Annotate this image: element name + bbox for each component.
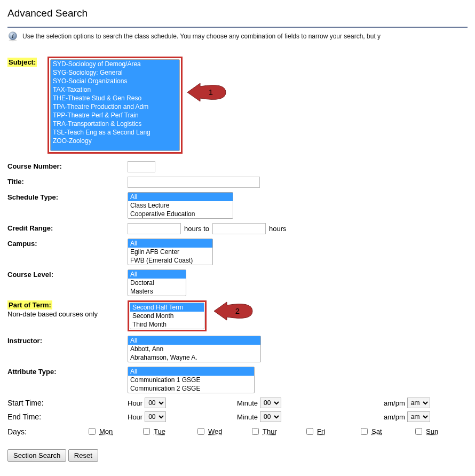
term-highlight-box: Second Half TermSecond MonthThird Month [128,300,207,331]
attribute-type-label: Attribute Type: [7,367,128,376]
start-hour-select[interactable]: 00 [145,398,166,408]
schedule-type-label: Schedule Type: [7,192,128,201]
info-row: i Use the selection options to search th… [7,31,468,42]
day-sun: Sun [413,426,468,437]
callout-2: 2 [213,299,255,323]
day-thur: Thur [250,426,304,437]
subject-select[interactable]: SYD-Sociology of Demog/AreaSYG-Sociology… [50,59,180,151]
hours-to-text: hours to [184,225,209,233]
day-label-tue[interactable]: Tue [154,427,165,435]
day-label-sun[interactable]: Sun [426,427,438,435]
instructor-label: Instructor: [7,336,128,345]
info-text: Use the selection options to search the … [22,33,381,40]
campus-label: Campus: [7,239,128,248]
reset-button[interactable]: Reset [68,449,98,462]
subject-highlight-box: SYD-Sociology of Demog/AreaSYG-Sociology… [48,57,183,154]
day-label-mon[interactable]: Mon [99,427,113,435]
day-label-thur[interactable]: Thur [263,427,277,435]
divider [7,27,468,28]
day-checkbox-fri[interactable] [306,428,313,435]
page-title: Advanced Search [7,7,468,19]
day-mon: Mon [86,426,141,437]
credit-from-input[interactable] [128,223,181,234]
part-of-term-label: Part of Term: [7,300,52,310]
course-level-label: Course Level: [7,269,128,279]
hours-suffix-text: hours [269,225,287,233]
day-label-wed[interactable]: Wed [208,427,223,435]
start-time-label: Start Time: [7,399,128,407]
day-checkbox-wed[interactable] [197,428,204,435]
attribute-type-select[interactable]: AllCommunication 1 GSGECommunication 2 G… [128,367,255,393]
day-checkbox-thur[interactable] [252,428,259,435]
end-minute-select[interactable]: 00 [260,411,281,422]
svg-text:1: 1 [209,88,213,97]
day-checkbox-sun[interactable] [415,428,422,435]
svg-text:2: 2 [235,306,240,315]
hour-label: Hour [128,399,142,407]
end-hour-select[interactable]: 00 [145,411,166,422]
end-ampm-select[interactable]: am [407,411,430,422]
days-label: Days: [7,427,86,436]
day-checkbox-sat[interactable] [361,428,368,435]
credit-to-input[interactable] [212,223,266,234]
callout-1: 1 [186,80,228,105]
day-label-fri[interactable]: Fri [317,427,325,435]
instructor-select[interactable]: AllAbbott, AnnAbrahamson, Wayne A. [128,336,261,362]
ampm-label: am/pm [384,399,405,407]
subject-label: Subject: [7,58,37,67]
day-wed: Wed [195,426,250,437]
minute-label-2: Minute [237,413,258,421]
start-ampm-select[interactable]: am [407,398,430,408]
day-sat: Sat [359,426,413,437]
schedule-type-select[interactable]: AllClass LectureCooperative Education [128,192,233,219]
hour-label-2: Hour [128,413,142,421]
section-search-button[interactable]: Section Search [7,449,66,462]
day-checkbox-mon[interactable] [89,428,96,435]
day-checkbox-tue[interactable] [143,428,150,435]
day-fri: Fri [304,426,359,437]
course-level-select[interactable]: AllDoctoralMasters [128,269,186,296]
course-number-label: Course Number: [7,161,128,170]
day-label-sat[interactable]: Sat [371,427,382,435]
ampm-label-2: am/pm [384,413,405,421]
end-time-label: End Time: [7,412,128,421]
day-tue: Tue [141,426,195,437]
title-input[interactable] [128,177,260,188]
start-minute-select[interactable]: 00 [260,398,281,408]
part-of-term-note: Non-date based courses only [7,310,128,318]
campus-select[interactable]: AllEglin AFB CenterFWB (Emerald Coast) [128,239,213,265]
title-label: Title: [7,177,128,186]
svg-text:i: i [12,33,13,39]
info-icon: i [7,31,18,42]
credit-range-label: Credit Range: [7,223,128,232]
course-number-input[interactable] [128,161,155,172]
minute-label: Minute [237,399,258,407]
part-of-term-select[interactable]: Second Half TermSecond MonthThird Month [130,303,204,329]
